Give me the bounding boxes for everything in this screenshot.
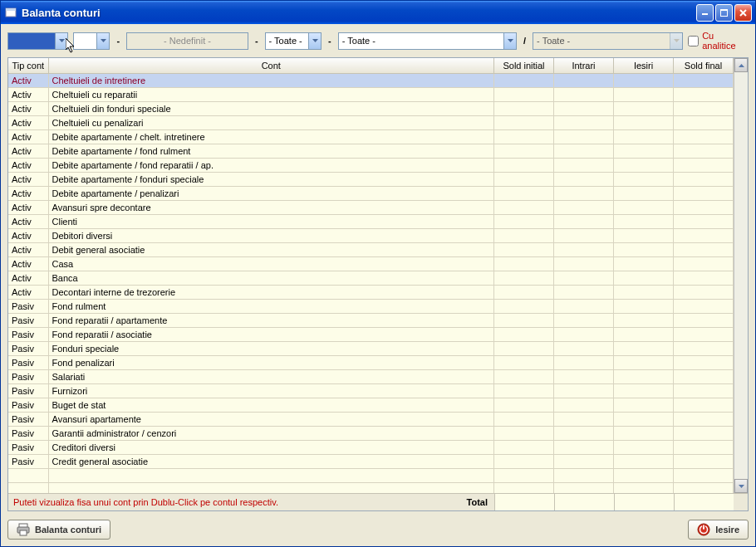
exit-button-label: Iesire bbox=[715, 525, 739, 535]
svg-rect-4 bbox=[720, 9, 728, 11]
table-row[interactable]: ActivDebite apartamente / chelt. intreti… bbox=[8, 129, 734, 144]
filter-combo-2[interactable]: - Nedefinit - bbox=[126, 32, 248, 50]
svg-rect-7 bbox=[20, 530, 27, 535]
table-row[interactable]: ActivClienti bbox=[8, 214, 734, 228]
bottom-toolbar: Balanta conturi Iesire bbox=[1, 515, 755, 546]
chevron-down-icon bbox=[308, 33, 321, 49]
vertical-scrollbar[interactable] bbox=[734, 58, 748, 493]
table-row[interactable]: PasivFond reparatii / asociatie bbox=[8, 327, 734, 341]
total-sold-initial bbox=[494, 494, 554, 510]
table-row[interactable]: PasivGarantii administrator / cenzori bbox=[8, 426, 734, 440]
svg-rect-1 bbox=[6, 8, 16, 11]
table-row[interactable]: PasivFond penalizari bbox=[8, 355, 734, 369]
svg-rect-2 bbox=[702, 13, 708, 15]
close-button[interactable] bbox=[734, 4, 752, 22]
table-row[interactable]: ActivAvansuri spre decontare bbox=[8, 200, 734, 214]
analytics-checkbox-wrap: Cu analitice bbox=[688, 31, 749, 51]
col-sold-initial[interactable]: Sold initial bbox=[494, 58, 554, 73]
table-row[interactable]: PasivFond rulment bbox=[8, 299, 734, 313]
slash-separator: / bbox=[522, 36, 528, 46]
table-row[interactable]: ActivCheltuieli cu reparatii bbox=[8, 87, 734, 101]
table-row[interactable]: ActivDebite apartamente / fond rulment bbox=[8, 144, 734, 158]
table-row[interactable]: PasivBuget de stat bbox=[8, 398, 734, 412]
table-row[interactable]: ActivCasa bbox=[8, 256, 734, 271]
filter-toolbar: - - Nedefinit - - - Toate - - - Toate - … bbox=[1, 24, 755, 57]
scroll-track[interactable] bbox=[734, 72, 748, 479]
col-tip[interactable]: Tip cont bbox=[8, 58, 48, 73]
filter-combo-1[interactable] bbox=[7, 32, 68, 50]
table-row[interactable]: ActivCheltuieli de intretinere bbox=[8, 73, 734, 87]
printer-icon bbox=[17, 523, 30, 536]
window-title: Balanta conturi bbox=[22, 7, 696, 19]
table-row[interactable]: PasivCredit general asociatie bbox=[8, 454, 734, 468]
table-row[interactable]: ActivDebite apartamente / penalizari bbox=[8, 186, 734, 200]
table-row[interactable]: PasivAvansuri apartamente bbox=[8, 412, 734, 426]
table-row[interactable]: ActivCheltuieli din fonduri speciale bbox=[8, 101, 734, 115]
filter-combo-1b[interactable] bbox=[73, 32, 110, 50]
window-buttons bbox=[696, 4, 752, 22]
maximize-button[interactable] bbox=[715, 4, 733, 22]
chevron-down-icon bbox=[670, 33, 682, 49]
window: Balanta conturi - - Nedefinit - - - Toat… bbox=[0, 0, 756, 547]
scroll-up-button[interactable] bbox=[734, 58, 748, 72]
col-iesiri[interactable]: Iesiri bbox=[614, 58, 674, 73]
table-row-empty bbox=[8, 482, 734, 493]
col-cont[interactable]: Cont bbox=[48, 58, 494, 73]
print-button[interactable]: Balanta conturi bbox=[7, 520, 110, 540]
exit-button[interactable]: Iesire bbox=[688, 520, 749, 540]
titlebar[interactable]: Balanta conturi bbox=[1, 1, 755, 24]
scroll-down-button[interactable] bbox=[734, 479, 748, 493]
filter-combo-5: - Toate - bbox=[533, 32, 683, 50]
table-row[interactable]: PasivFond reparatii / apartamente bbox=[8, 313, 734, 327]
minimize-button[interactable] bbox=[696, 4, 714, 22]
total-sold-final bbox=[674, 494, 734, 510]
app-icon bbox=[4, 6, 17, 19]
table-header-row: Tip cont Cont Sold initial Intrari Iesir… bbox=[8, 58, 734, 73]
svg-rect-12 bbox=[703, 525, 704, 530]
table-row[interactable]: ActivDebit general asociatie bbox=[8, 242, 734, 256]
grid-footer: Puteti vizualiza fisa unui cont prin Dub… bbox=[8, 493, 748, 510]
chevron-down-icon bbox=[55, 33, 67, 49]
filter-combo-3[interactable]: - Toate - bbox=[265, 32, 322, 50]
table-row[interactable]: PasivCreditori diversi bbox=[8, 440, 734, 454]
accounts-grid: Tip cont Cont Sold initial Intrari Iesir… bbox=[7, 57, 749, 511]
table-row[interactable]: PasivFurnizori bbox=[8, 383, 734, 398]
analytics-checkbox[interactable] bbox=[688, 36, 699, 46]
table-row[interactable]: ActivDecontari interne de trezorerie bbox=[8, 285, 734, 299]
chevron-down-icon bbox=[96, 33, 109, 49]
print-button-label: Balanta conturi bbox=[35, 525, 101, 535]
total-intrari bbox=[554, 494, 614, 510]
table-row[interactable]: ActivDebite apartamente / fond reparatii… bbox=[8, 158, 734, 172]
table-row-empty bbox=[8, 468, 734, 482]
table-row[interactable]: ActivDebite apartamente / fonduri specia… bbox=[8, 172, 734, 186]
total-iesiri bbox=[614, 494, 674, 510]
analytics-label[interactable]: Cu analitice bbox=[702, 31, 749, 51]
table-row[interactable]: PasivFonduri speciale bbox=[8, 341, 734, 355]
table-row[interactable]: ActivBanca bbox=[8, 271, 734, 285]
table-row[interactable]: ActivDebitori diversi bbox=[8, 228, 734, 242]
table-row[interactable]: ActivCheltuieli cu penalizari bbox=[8, 115, 734, 129]
chevron-down-icon bbox=[503, 33, 516, 49]
power-icon bbox=[697, 523, 710, 536]
col-sold-final[interactable]: Sold final bbox=[674, 58, 734, 73]
filter-combo-4[interactable]: - Toate - bbox=[338, 32, 517, 50]
col-intrari[interactable]: Intrari bbox=[554, 58, 614, 73]
table-row[interactable]: PasivSalariati bbox=[8, 369, 734, 383]
total-label: Total bbox=[444, 494, 494, 510]
accounts-table[interactable]: Tip cont Cont Sold initial Intrari Iesir… bbox=[8, 58, 734, 493]
footer-hint: Puteti vizualiza fisa unui cont prin Dub… bbox=[8, 494, 444, 510]
